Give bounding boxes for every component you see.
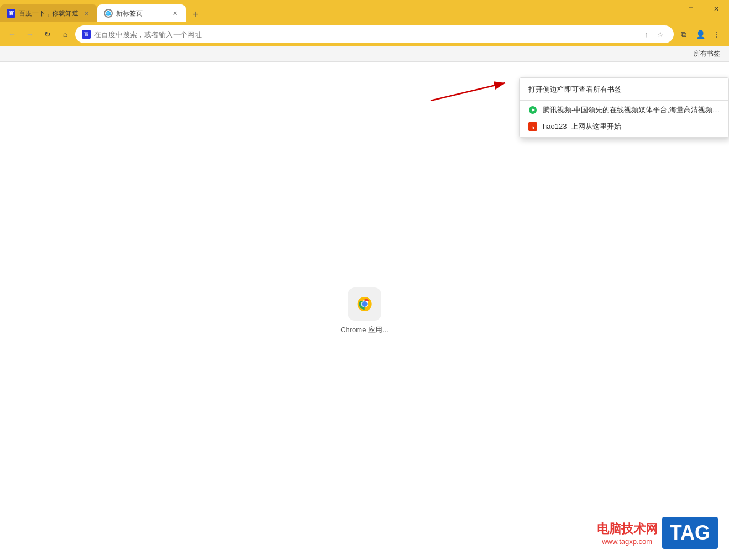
star-icon[interactable]: ☆ — [654, 28, 667, 41]
new-tab-button[interactable]: + — [188, 7, 203, 22]
tab-baidu[interactable]: 百 百度一下，你就知道 ✕ — [0, 4, 97, 22]
tab-baidu-close[interactable]: ✕ — [82, 9, 91, 18]
tab-newtab-close[interactable]: ✕ — [170, 9, 179, 18]
chrome-icon — [355, 294, 375, 314]
hao123-icon: h — [528, 122, 537, 131]
tabs-area: 百 百度一下，你就知道 ✕ 🌐 新标签页 ✕ + — [0, 0, 203, 22]
chrome-app-label: Chrome 应用... — [340, 325, 389, 335]
svg-point-3 — [362, 301, 368, 307]
watermark-title: 电脑技术网 — [597, 521, 658, 537]
svg-text:h: h — [532, 125, 534, 130]
window-controls: ─ □ ✕ — [653, 0, 729, 18]
bookmark-item-hao123[interactable]: h hao123_上网从这里开始 — [520, 118, 728, 135]
chrome-app-item[interactable]: Chrome 应用... — [340, 287, 389, 335]
title-bar: 百 百度一下，你就知道 ✕ 🌐 新标签页 ✕ + ─ □ ✕ — [0, 0, 729, 22]
reload-button[interactable]: ↻ — [40, 27, 55, 42]
back-button[interactable]: ← — [4, 27, 20, 42]
tab-newtab-label: 新标签页 — [116, 9, 167, 18]
minimize-button[interactable]: ─ — [653, 0, 678, 18]
red-arrow — [425, 78, 513, 108]
home-button[interactable]: ⌂ — [57, 27, 73, 42]
globe-favicon-icon: 🌐 — [104, 9, 113, 18]
maximize-button[interactable]: □ — [678, 0, 704, 18]
tab-newtab[interactable]: 🌐 新标签页 ✕ — [97, 4, 186, 22]
watermark-tag: TAG — [662, 517, 718, 549]
bookmark-hao123-text: hao123_上网从这里开始 — [543, 122, 720, 132]
address-favicon-icon: 百 — [82, 30, 91, 39]
address-actions: ↑ ☆ — [639, 28, 667, 41]
splitscreen-button[interactable]: ⧉ — [676, 27, 691, 42]
forward-button[interactable]: → — [22, 27, 38, 42]
bookmark-dropdown-header: 打开侧边栏即可查看所有书签 — [520, 80, 728, 99]
tab-baidu-label: 百度一下，你就知道 — [19, 9, 78, 18]
bookmark-item-tencent[interactable]: 腾讯视频-中国领先的在线视频媒体平台,海量高清视频在线观看 — [520, 102, 728, 118]
bookmarks-bar: 所有书签 — [0, 46, 729, 62]
browser-actions: ⧉ 👤 ⋮ — [676, 27, 725, 42]
bookmark-divider-1 — [520, 100, 728, 101]
profile-button[interactable]: 👤 — [693, 27, 708, 42]
main-content: Chrome 应用... 打开侧边栏即可查看所有书签 腾讯视频-中国领先的在线视… — [0, 62, 729, 560]
watermark-url: www.tagxp.com — [597, 537, 658, 546]
tencent-video-icon — [528, 106, 537, 114]
watermark-text: 电脑技术网 www.tagxp.com — [597, 521, 658, 546]
address-bar[interactable]: 百 ↑ ☆ — [75, 25, 674, 43]
bookmark-tencent-text: 腾讯视频-中国领先的在线视频媒体平台,海量高清视频在线观看 — [543, 105, 720, 115]
nav-bar: ← → ↻ ⌂ 百 ↑ ☆ ⧉ 👤 ⋮ — [0, 22, 729, 46]
watermark: 电脑技术网 www.tagxp.com TAG — [597, 517, 718, 549]
menu-button[interactable]: ⋮ — [709, 27, 725, 42]
baidu-favicon-icon: 百 — [7, 9, 15, 18]
bookmark-dropdown: 打开侧边栏即可查看所有书签 腾讯视频-中国领先的在线视频媒体平台,海量高清视频在… — [519, 77, 729, 138]
close-button[interactable]: ✕ — [704, 0, 729, 18]
bookmarks-label[interactable]: 所有书签 — [689, 48, 725, 60]
chrome-icon-wrapper — [348, 287, 381, 321]
svg-line-9 — [431, 83, 505, 101]
share-icon[interactable]: ↑ — [639, 28, 653, 41]
bookmark-header-text: 打开侧边栏即可查看所有书签 — [528, 85, 622, 95]
address-input[interactable] — [94, 30, 636, 39]
